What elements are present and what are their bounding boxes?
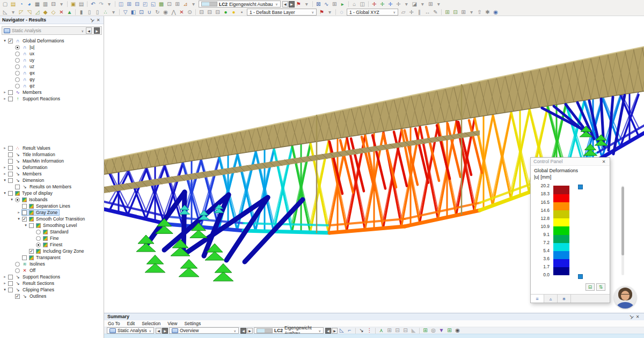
sep-s2[interactable] — [375, 328, 376, 334]
tree-item-control[interactable] — [8, 288, 13, 292]
sep-s3[interactable] — [419, 328, 420, 334]
tree-item[interactable]: Deformation — [0, 164, 104, 171]
deselect-icon[interactable]: ◿ — [33, 9, 41, 16]
print-caret-icon[interactable]: ▾ — [57, 1, 65, 8]
tripod-icon[interactable]: ⋏ — [377, 327, 385, 334]
analysis-next-button[interactable]: ▶ — [94, 27, 100, 34]
light-bulb-icon[interactable]: ● — [230, 9, 238, 16]
filter-results-icon[interactable]: ▼ — [437, 327, 445, 334]
tables-caret-icon[interactable]: ▾ — [435, 1, 443, 8]
info-icon[interactable]: ◉ — [492, 9, 500, 16]
layout-icon[interactable]: ⊟ — [451, 9, 459, 16]
camera-icon[interactable]: ⊙ — [186, 9, 194, 16]
summary-load-case-selector[interactable]: LC2 Eigengewicht Ausbau ∨ — [254, 327, 324, 334]
tree-item-control[interactable] — [22, 217, 27, 222]
sep-6[interactable] — [368, 1, 369, 7]
expander-icon[interactable] — [2, 90, 8, 94]
tree-item-control[interactable] — [15, 294, 20, 299]
tree-item-control[interactable] — [15, 77, 20, 82]
sep-s1[interactable] — [355, 328, 356, 334]
ramp-icon[interactable]: ◣ — [409, 327, 418, 334]
tree-item-control[interactable] — [36, 243, 41, 247]
margin-icon[interactable]: ⊞ — [443, 9, 451, 16]
export-icon[interactable]: ⇧ — [475, 9, 484, 16]
print-report-icon[interactable]: ⊟ — [214, 9, 222, 16]
load-case-prev-button[interactable]: ◀ — [282, 1, 288, 8]
tree-item[interactable]: Global Deformations — [0, 38, 104, 44]
visibility-tree-icon[interactable]: ▲ — [65, 9, 74, 16]
save-icon[interactable]: ▦ — [33, 1, 41, 8]
menu-item[interactable]: Settings — [184, 321, 201, 326]
lock-icon[interactable]: ▪ — [238, 9, 246, 16]
scale-max-handle[interactable] — [578, 185, 583, 189]
summary-view-next-button[interactable]: ▶ — [247, 328, 253, 334]
tree-item-control[interactable] — [8, 172, 13, 177]
axes-x-icon[interactable]: ✛ — [370, 1, 378, 8]
tree-item-control[interactable] — [15, 84, 20, 89]
tree-item[interactable]: Result Sections — [0, 280, 104, 286]
panel-tab-factors[interactable]: ▵ — [544, 295, 558, 303]
sep-9[interactable] — [195, 9, 196, 15]
cloud-sync-icon[interactable]: ◕ — [25, 1, 33, 8]
select-window-icon[interactable]: ◸ — [17, 9, 25, 16]
sep-1[interactable] — [67, 1, 68, 7]
layer-flag-icon[interactable]: ⚑ — [318, 9, 326, 16]
expander-icon[interactable] — [23, 223, 28, 227]
sep-7[interactable] — [75, 9, 76, 15]
axes-z-icon[interactable]: ✛ — [386, 1, 394, 8]
tree-item[interactable]: Title Information — [0, 151, 104, 158]
scale-min-handle[interactable] — [578, 274, 583, 279]
section-caret-icon[interactable]: ▾ — [419, 1, 427, 8]
select-icon[interactable]: ◺ — [1, 9, 9, 16]
expander-icon[interactable] — [2, 275, 8, 279]
tree-item[interactable]: Outlines — [0, 293, 104, 299]
summary-analysis-prev-button[interactable]: ◀ — [156, 328, 162, 334]
split-vertical-icon[interactable]: ◫ — [117, 1, 125, 8]
delete-results-icon[interactable]: ✕ — [178, 9, 186, 16]
tree-item[interactable]: Clipping Planes — [0, 286, 104, 293]
panel-tab-color-scale[interactable]: ≡ — [531, 295, 544, 303]
summary-view-selector[interactable]: Overview ∨ — [169, 327, 239, 334]
tree-item[interactable]: Finest — [0, 241, 104, 248]
tree-item[interactable]: Including Gray Zone — [0, 248, 104, 254]
print-preview-icon[interactable]: ⊟ — [206, 9, 214, 16]
calendar-check-icon[interactable]: ⊞ — [445, 327, 453, 334]
animate-results-icon[interactable]: ▸ — [339, 1, 347, 8]
sep-10[interactable] — [335, 9, 336, 15]
result-diagram-icon[interactable]: ∿ — [323, 1, 331, 8]
work-plane-icon[interactable]: ▱ — [399, 9, 407, 16]
menu-item[interactable]: Go To — [108, 321, 120, 326]
expander-icon[interactable] — [2, 178, 8, 182]
window-new-view-icon[interactable]: ◱ — [149, 1, 157, 8]
visibility-member-icon[interactable]: ▮ — [77, 9, 85, 16]
panel-toggle-icon[interactable]: ◫ — [358, 1, 367, 8]
tree-item[interactable]: ux — [0, 50, 104, 57]
summary-load-case-prev-button[interactable]: ◀ — [325, 328, 331, 334]
printer-caret-icon[interactable]: ▾ — [467, 9, 475, 16]
tree-item[interactable]: Smoothing Level — [0, 222, 104, 229]
nodes-caret-icon[interactable]: ▾ — [109, 9, 118, 16]
summary-analysis-selector[interactable]: Static Analysis ∨ — [107, 327, 154, 334]
tree-item[interactable]: Members — [0, 89, 104, 95]
tree-item-control[interactable] — [8, 146, 13, 151]
tree-item[interactable]: φx — [0, 70, 104, 76]
menu-item[interactable]: Edit — [127, 321, 135, 326]
results-flag-icon[interactable]: ⚑ — [295, 1, 303, 8]
load-case-next-button[interactable]: ▶ — [289, 1, 295, 8]
tree-item[interactable]: Result Values — [0, 145, 104, 151]
section-icon[interactable]: ◪ — [411, 1, 419, 8]
clip-plane-icon[interactable]: ◧ — [129, 9, 137, 16]
tree-item-control[interactable] — [8, 275, 13, 280]
tree-item-control[interactable] — [8, 178, 13, 183]
snap-icon[interactable]: ✛ — [407, 9, 415, 16]
print-icon[interactable]: ⊟ — [49, 1, 57, 8]
print-green-icon[interactable]: ⊞ — [421, 327, 429, 334]
full-screen-icon[interactable]: ⊞ — [173, 1, 181, 8]
printer-icon[interactable]: ⊞ — [459, 9, 467, 16]
table-icon[interactable]: ⊞ — [385, 327, 393, 334]
coordinate-system-selector[interactable]: 1 - Global XYZ ∨ — [347, 9, 398, 16]
show-results-icon[interactable]: ⊠ — [314, 1, 323, 8]
visibility-nodes-icon[interactable]: ∴ — [101, 9, 109, 16]
expander-icon[interactable] — [9, 197, 14, 202]
clear-selection-icon[interactable]: ✕ — [57, 9, 65, 16]
